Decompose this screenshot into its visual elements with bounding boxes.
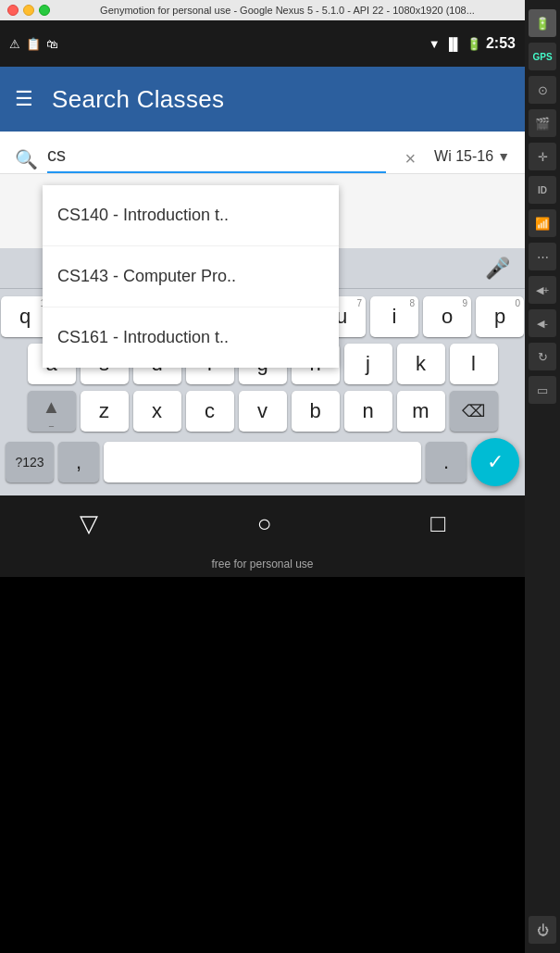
key-comma[interactable]: , [58, 442, 99, 483]
search-result-1[interactable]: CS143 - Computer Pro.. [43, 246, 339, 307]
status-icons-right: ▼ ▐▌ 🔋 2:53 [429, 35, 516, 52]
search-result-0[interactable]: CS140 - Introduction t.. [43, 185, 339, 246]
sidebar-rotate-icon[interactable]: ↻ [529, 343, 556, 370]
delete-icon: ⌫ [462, 401, 485, 421]
bag-icon: 🛍 [46, 37, 58, 51]
sidebar-id-icon[interactable]: ID [529, 176, 556, 204]
warning-icon: ⚠ [9, 37, 20, 51]
sidebar-battery-icon[interactable]: 🔋 [529, 9, 556, 37]
key-i[interactable]: 8i [370, 296, 418, 337]
maximize-button[interactable] [39, 5, 50, 16]
key-z[interactable]: z [81, 391, 129, 432]
wifi-icon: ▼ [429, 37, 441, 51]
key-k[interactable]: k [397, 344, 445, 384]
close-button[interactable] [7, 5, 19, 16]
search-input-wrap [47, 144, 386, 173]
app-bar: ☰ Search Classes [0, 67, 525, 132]
key-c[interactable]: c [186, 391, 234, 432]
status-bar: ⚠ 📋 🛍 ▼ ▐▌ 🔋 2:53 [0, 20, 525, 67]
delete-key[interactable]: ⌫ [450, 391, 498, 432]
recent-nav-icon[interactable]: □ [430, 509, 445, 538]
key-space[interactable] [104, 442, 421, 483]
genymotion-sidebar: 🔋 GPS ⊙ 🎬 ✛ ID 📶 ⋯ ◀+ ◀- ↻ ▭ ⏻ [525, 0, 560, 953]
key-o[interactable]: 9o [423, 296, 471, 337]
search-dropdown: CS140 - Introduction t.. CS143 - Compute… [43, 185, 339, 368]
enter-key[interactable]: ✓ [471, 438, 519, 486]
shift-underline: _ [49, 418, 54, 427]
search-result-2[interactable]: CS161 - Introduction t.. [43, 307, 339, 368]
key-period[interactable]: . [426, 442, 467, 483]
key-123[interactable]: ?123 [6, 442, 54, 483]
keyboard-bottom-row: ?123 , . ✓ [0, 438, 525, 492]
key-p[interactable]: 0p [476, 296, 524, 337]
sidebar-menu-icon[interactable]: ⋯ [529, 243, 556, 270]
sidebar-screen-icon[interactable]: ▭ [529, 376, 556, 404]
app-title: Search Classes [52, 85, 224, 114]
key-j[interactable]: j [344, 344, 392, 384]
sidebar-wifi-icon[interactable]: 📶 [529, 209, 556, 237]
traffic-lights[interactable] [7, 5, 50, 16]
key-b[interactable]: b [292, 391, 340, 432]
search-area: 🔍 × Wi 15-16 ▼ [0, 132, 525, 174]
hamburger-menu-icon[interactable]: ☰ [15, 87, 33, 111]
sidebar-power-icon[interactable]: ⏻ [529, 916, 556, 944]
semester-label: Wi 15-16 [434, 148, 493, 165]
sidebar-gps-icon[interactable]: GPS [529, 43, 556, 70]
checkmark-icon: ✓ [487, 450, 504, 474]
sidebar-film-icon[interactable]: 🎬 [529, 109, 556, 137]
status-icons-left: ⚠ 📋 🛍 [9, 37, 58, 51]
sidebar-vol-down-icon[interactable]: ◀- [529, 309, 556, 337]
sidebar-camera-icon[interactable]: ⊙ [529, 76, 556, 104]
sidebar-dpad-icon[interactable]: ✛ [529, 143, 556, 170]
home-nav-icon[interactable]: ○ [257, 509, 272, 538]
key-n[interactable]: n [344, 391, 392, 432]
back-nav-icon[interactable]: ▽ [80, 509, 98, 538]
sidebar-vol-up-icon[interactable]: ◀+ [529, 276, 556, 304]
clipboard-icon: 📋 [26, 37, 41, 51]
key-m[interactable]: m [397, 391, 445, 432]
shift-icon: ▲ [43, 396, 61, 418]
key-l[interactable]: l [450, 344, 498, 384]
mic-icon[interactable]: 🎤 [485, 257, 510, 281]
shift-key[interactable]: ▲ _ [28, 391, 76, 432]
clear-icon[interactable]: × [404, 148, 416, 169]
window-title: Genymotion for personal use - Google Nex… [57, 5, 517, 16]
mac-title-bar: Genymotion for personal use - Google Nex… [0, 0, 525, 20]
battery-icon: 🔋 [467, 37, 481, 51]
chevron-down-icon: ▼ [497, 149, 510, 164]
signal-icon: ▐▌ [445, 37, 462, 51]
key-v[interactable]: v [239, 391, 287, 432]
bottom-label: free for personal use [0, 551, 525, 577]
search-icon: 🔍 [15, 148, 38, 170]
minimize-button[interactable] [23, 5, 34, 16]
keyboard-row-3: ▲ _ z x c v b n m ⌫ [0, 391, 525, 432]
semester-selector[interactable]: Wi 15-16 ▼ [434, 148, 510, 170]
status-time: 2:53 [486, 35, 516, 52]
key-x[interactable]: x [133, 391, 181, 432]
search-input[interactable] [47, 144, 386, 173]
nav-bar: ▽ ○ □ [0, 495, 525, 551]
